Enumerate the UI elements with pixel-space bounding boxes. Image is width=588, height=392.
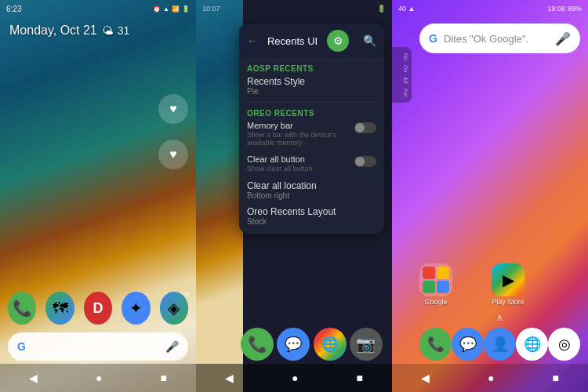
recents-search-icon[interactable]: 🔍 xyxy=(363,34,376,47)
folder-icon-4 xyxy=(437,281,449,293)
panel1-back-button[interactable]: ◀ xyxy=(29,372,38,384)
recents-aosp-section: AOSP recents xyxy=(247,64,376,73)
panel2-statusbar: 10:07 🔋 xyxy=(196,0,392,17)
panel2-home-button[interactable]: ● xyxy=(292,372,298,384)
panel3-back-button[interactable]: ◀ xyxy=(421,372,430,384)
panel2-messages-icon[interactable]: 💬 xyxy=(277,328,310,361)
panel1: 6:23 ⏰ ▲ 📶 🔋 Monday, Oct 21 🌤 31 ♥ ♥ scr… xyxy=(0,0,196,392)
recents-style-label: Recents Style xyxy=(247,76,376,87)
panel2-camera-icon[interactable]: 📷 xyxy=(350,328,383,361)
panel2-left-bg xyxy=(196,0,243,392)
side-hint-text: No xyxy=(395,53,408,60)
panel1-side-btn2[interactable]: ♥ xyxy=(158,140,188,169)
panel1-temp: 31 xyxy=(118,24,130,37)
panel2-recents-button[interactable]: ■ xyxy=(357,372,363,384)
panel1-date: Monday, Oct 21 🌤 31 xyxy=(9,24,129,38)
panel3-right-status: 19:08 89% xyxy=(547,5,582,13)
microphone-icon[interactable]: 🎤 xyxy=(555,31,571,46)
panel3-messages-icon[interactable]: 💬 xyxy=(452,328,484,361)
playstore-label: Play Store xyxy=(492,298,524,306)
panel3-statusbar: 40 ▲ 19:08 89% xyxy=(392,0,588,17)
recents-clear-all-row[interactable]: Clear all button Show clear all button xyxy=(247,154,376,172)
panel3-apps: Google ▶ Play Store xyxy=(419,263,580,306)
google-app[interactable]: Google xyxy=(419,263,452,306)
google-label: Google xyxy=(424,298,447,306)
panel2-phone-icon[interactable]: 📞 xyxy=(241,328,274,361)
panel3-dock-row: 📞 💬 👤 🌐 ◎ xyxy=(419,328,580,361)
recents-memory-bar-label: Memory bar Show a bar with the device's … xyxy=(247,121,350,147)
maps-app-icon[interactable]: 🗺 xyxy=(45,292,74,325)
recents-divider xyxy=(247,102,376,103)
panel3-phone-icon[interactable]: 📞 xyxy=(419,328,452,361)
mic-icon[interactable]: 🎤 xyxy=(165,340,179,353)
panel3-home-button[interactable]: ● xyxy=(488,372,494,384)
panel1-app-row: 📞 🗺 D ✦ ◈ xyxy=(8,292,188,325)
panel1-statusbar: 6:23 ⏰ ▲ 📶 🔋 xyxy=(0,0,196,17)
recents-back-icon[interactable]: ← xyxy=(247,34,258,47)
panel2-battery: 🔋 xyxy=(377,5,386,13)
recents-oreo-section: Oreo recents xyxy=(247,109,376,118)
panel3-navbar: ◀ ● ■ xyxy=(392,364,588,392)
panel1-side-btn1[interactable]: ♥ xyxy=(158,94,188,124)
toggle-knob xyxy=(355,123,365,132)
alarm-icon: ⏰ xyxy=(153,5,161,13)
panel3-search-placeholder: Dites "Ok Google". xyxy=(444,33,549,45)
panel1-status-icons: ⏰ ▲ 📶 🔋 xyxy=(153,5,190,13)
wifi-icon: ▲ xyxy=(163,5,169,13)
recents-style-item[interactable]: Recents Style Pie xyxy=(247,76,376,96)
panel2-dock: 📞 💬 🌐 📷 xyxy=(239,328,384,361)
memory-bar-toggle[interactable] xyxy=(354,122,376,133)
weather-icon: 🌤 xyxy=(102,24,113,37)
chevron-up-icon: ∧ xyxy=(496,312,503,323)
recents-layout-item[interactable]: Oreo Recents Layout Stock xyxy=(247,206,376,226)
datally-app-icon[interactable]: D xyxy=(84,292,112,325)
google-g-icon2: G xyxy=(429,32,437,45)
recents-location-item[interactable]: Clear all location Bottom right xyxy=(247,180,376,200)
side-hint-text4: For xyxy=(395,89,408,97)
panel3-side-hint: No On Ad For xyxy=(392,47,412,103)
recents-body: AOSP recents Recents Style Pie Oreo rece… xyxy=(239,58,384,234)
panel2-time: 10:07 xyxy=(202,5,220,13)
panel3: 40 ▲ 19:08 89% No On Ad For G Dites "Ok … xyxy=(392,0,588,392)
panel1-dock: 📞 🗺 D ✦ ◈ G 🎤 xyxy=(0,292,196,361)
panel2: 10:07 🔋 ← Recents UI ⚙ 🔍 AOSP recents Re… xyxy=(196,0,392,392)
panel3-app-group: Google ▶ Play Store xyxy=(419,263,580,306)
playstore-icon[interactable]: ▶ xyxy=(492,263,524,296)
recents-memory-bar-row[interactable]: Memory bar Show a bar with the device's … xyxy=(247,121,376,147)
folder-icon-1 xyxy=(423,267,435,279)
battery-icon: 🔋 xyxy=(182,5,190,13)
panel2-chrome-icon[interactable]: 🌐 xyxy=(314,328,347,361)
arrow-app-icon[interactable]: ✦ xyxy=(122,292,150,325)
folder-icon-2 xyxy=(437,267,449,279)
recents-settings-fab[interactable]: ⚙ xyxy=(327,30,349,52)
google-folder-icon[interactable] xyxy=(419,263,452,296)
panel3-extra-icon[interactable]: ◎ xyxy=(548,328,580,361)
panel2-back-button[interactable]: ◀ xyxy=(225,372,234,384)
folder-icon-3 xyxy=(423,281,435,293)
panel3-dock-chevron: ∧ xyxy=(419,312,580,323)
panel3-time: 19:08 xyxy=(547,5,565,13)
recents-title: Recents UI xyxy=(267,35,318,47)
panel2-navbar: ◀ ● ■ xyxy=(196,364,392,392)
side-hint-text3: Ad xyxy=(395,77,408,84)
panel3-recents-button[interactable]: ■ xyxy=(553,372,559,384)
panel1-search-bar[interactable]: G 🎤 xyxy=(8,332,188,361)
panel1-date-text: Monday, Oct 21 xyxy=(9,24,97,38)
recents-clear-all-label: Clear all button Show clear all button xyxy=(247,154,350,172)
recents-ui-card: ← Recents UI ⚙ 🔍 AOSP recents Recents St… xyxy=(239,24,384,234)
panel3-battery: 89% xyxy=(568,5,582,13)
panel3-dock: ∧ 📞 💬 👤 🌐 ◎ xyxy=(419,312,580,361)
panel1-side-icons: ♥ ♥ xyxy=(158,94,188,169)
phone-app-icon[interactable]: 📞 xyxy=(8,292,36,325)
panel3-contacts-icon[interactable]: 👤 xyxy=(484,328,516,361)
assistant-app-icon[interactable]: ◈ xyxy=(160,292,188,325)
clear-all-toggle[interactable] xyxy=(354,156,376,167)
recents-style-value: Pie xyxy=(247,87,376,96)
panel1-home-button[interactable]: ● xyxy=(96,372,102,384)
playstore-app[interactable]: ▶ Play Store xyxy=(492,263,524,306)
panel3-chrome-icon[interactable]: 🌐 xyxy=(516,328,548,361)
panel1-recents-button[interactable]: ■ xyxy=(161,372,167,384)
panel3-signal: 40 ▲ xyxy=(398,5,415,13)
toggle-knob2 xyxy=(355,157,365,166)
panel3-search-bar[interactable]: G Dites "Ok Google". 🎤 xyxy=(419,24,580,53)
